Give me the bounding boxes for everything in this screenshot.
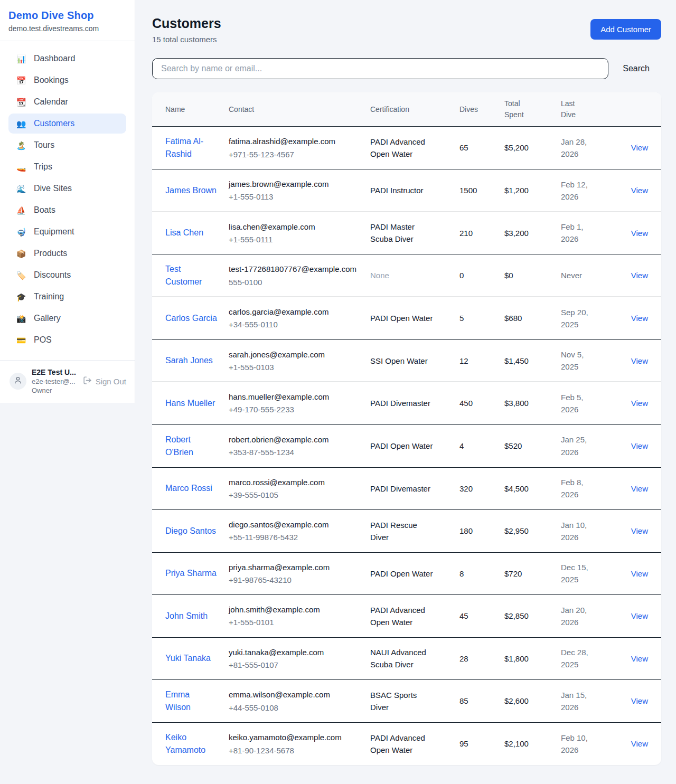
sidebar-item-equipment[interactable]: 🤿Equipment (8, 222, 126, 242)
customer-name-link[interactable]: Emma Wilson (165, 688, 217, 714)
last-dive-value: Dec 28, 2025 (561, 646, 602, 671)
search-button[interactable]: Search (608, 64, 661, 73)
column-header-label: Last Dive (561, 98, 583, 120)
sidebar: Demo Dive Shop demo.test.divestreams.com… (0, 0, 135, 403)
customer-phone: +81-90-1234-5678 (229, 744, 364, 757)
customer-name-link[interactable]: Fatima Al-Rashid (165, 135, 217, 160)
view-link[interactable]: View (631, 611, 648, 620)
customer-name-link[interactable]: Keiko Yamamoto (165, 731, 217, 757)
sidebar-item-boats[interactable]: ⛵Boats (8, 200, 126, 220)
dives-cell: 95 (459, 723, 504, 766)
customer-name-link[interactable]: Priya Sharma (165, 567, 217, 580)
sidebar-item-label: Dive Sites (34, 184, 72, 193)
table-row: Carlos Garciacarlos.garcia@example.com+3… (152, 297, 661, 340)
table-header-row: NameContactCertificationDivesTotal Spent… (152, 92, 661, 127)
view-link[interactable]: View (631, 186, 648, 195)
user-email: e2e-tester@... (32, 377, 77, 385)
view-link[interactable]: View (631, 654, 648, 663)
total-spent-cell: $0 (504, 254, 561, 297)
search-input[interactable] (152, 58, 608, 79)
main-content: Customers 15 total customers Add Custome… (135, 0, 676, 782)
certification-value: PADI Open Water (370, 568, 435, 580)
add-customer-button[interactable]: Add Customer (590, 19, 661, 40)
name-cell: Carlos Garcia (152, 297, 229, 340)
sidebar-item-dive-sites[interactable]: 🌊Dive Sites (8, 178, 126, 199)
view-link[interactable]: View (631, 271, 648, 280)
view-link[interactable]: View (631, 696, 648, 705)
sidebar-item-products[interactable]: 📦Products (8, 243, 126, 263)
certification-value: PADI Advanced Open Water (370, 136, 435, 160)
contact-cell: lisa.chen@example.com+1-555-0111 (229, 212, 370, 254)
customer-phone: +1-555-0103 (229, 361, 364, 373)
sidebar-item-label: Customers (34, 119, 74, 128)
graduation-cap-icon: 🎓 (16, 293, 26, 301)
certification-cell: None (370, 254, 459, 297)
customer-name-link[interactable]: Test Customer (165, 263, 217, 288)
customer-name-link[interactable]: Sarah Jones (165, 354, 213, 367)
last-dive-cell: Jan 15, 2026 (561, 680, 611, 723)
customer-email: carlos.garcia@example.com (229, 306, 364, 318)
sidebar-item-trips[interactable]: 🚤Trips (8, 157, 126, 177)
sidebar-item-label: POS (34, 335, 52, 345)
last-dive-value: Jan 15, 2026 (561, 689, 602, 714)
view-link[interactable]: View (631, 484, 648, 493)
view-cell: View (611, 382, 661, 425)
column-header-label: Name (165, 104, 223, 115)
name-cell: Test Customer (152, 254, 229, 297)
certification-cell: PADI Open Water (370, 297, 459, 340)
customer-name-link[interactable]: Robert O'Brien (165, 433, 217, 459)
customer-name-link[interactable]: John Smith (165, 610, 208, 622)
customer-phone: +91-98765-43210 (229, 574, 364, 586)
contact-cell: yuki.tanaka@example.com+81-555-0107 (229, 637, 370, 680)
dives-cell: 5 (459, 297, 504, 340)
sidebar-item-training[interactable]: 🎓Training (8, 287, 126, 307)
view-link[interactable]: View (631, 441, 648, 450)
table-row: Yuki Tanakayuki.tanaka@example.com+81-55… (152, 637, 661, 680)
last-dive-value: Jan 10, 2026 (561, 519, 602, 544)
customer-name-link[interactable]: Hans Mueller (165, 397, 215, 410)
customer-phone: +55-11-99876-5432 (229, 531, 364, 543)
view-link[interactable]: View (631, 399, 648, 408)
sidebar-item-dashboard[interactable]: 📊Dashboard (8, 49, 126, 69)
dives-cell: 85 (459, 680, 504, 723)
customer-name-link[interactable]: Lisa Chen (165, 226, 203, 239)
view-link[interactable]: View (631, 356, 648, 365)
certification-value: PADI Divemaster (370, 483, 435, 495)
sidebar-item-pos[interactable]: 💳POS (8, 330, 126, 350)
customer-name-link[interactable]: Carlos Garcia (165, 312, 217, 325)
view-link[interactable]: View (631, 314, 648, 323)
certification-cell: BSAC Sports Diver (370, 680, 459, 723)
view-link[interactable]: View (631, 229, 648, 238)
calendar-icon: 📅 (16, 77, 26, 84)
sidebar-item-discounts[interactable]: 🏷️Discounts (8, 265, 126, 285)
name-cell: Lisa Chen (152, 212, 229, 254)
sidebar-item-customers[interactable]: 👥Customers (8, 114, 126, 134)
certification-value: PADI Open Water (370, 312, 435, 324)
view-link[interactable]: View (631, 569, 648, 578)
sidebar-item-tours[interactable]: 🏝️Tours (8, 135, 126, 155)
customer-name-link[interactable]: Yuki Tanaka (165, 652, 211, 665)
customer-email: fatima.alrashid@example.com (229, 135, 364, 147)
sign-out-button[interactable]: Sign Out (82, 376, 127, 386)
customer-name-link[interactable]: James Brown (165, 184, 217, 197)
sidebar-item-label: Trips (34, 162, 52, 172)
contact-cell: keiko.yamamoto@example.com+81-90-1234-56… (229, 723, 370, 766)
view-link[interactable]: View (631, 526, 648, 535)
sidebar-item-bookings[interactable]: 📅Bookings (8, 70, 126, 90)
tear-off-calendar-icon: 📆 (16, 98, 26, 106)
view-link[interactable]: View (631, 143, 648, 152)
person-icon (14, 376, 22, 386)
table-row: Lisa Chenlisa.chen@example.com+1-555-011… (152, 212, 661, 254)
contact-cell: fatima.alrashid@example.com+971-55-123-4… (229, 127, 370, 169)
view-link[interactable]: View (631, 739, 648, 748)
customer-name-link[interactable]: Marco Rossi (165, 482, 212, 495)
certification-cell: PADI Divemaster (370, 467, 459, 510)
sidebar-item-calendar[interactable]: 📆Calendar (8, 92, 126, 112)
last-dive-cell: Feb 1, 2026 (561, 212, 611, 254)
user-role: Owner (32, 386, 77, 394)
sidebar-item-gallery[interactable]: 📸Gallery (8, 308, 126, 328)
dives-cell: 8 (459, 552, 504, 595)
customer-name-link[interactable]: Diego Santos (165, 525, 216, 537)
last-dive-value: Sep 20, 2025 (561, 306, 602, 331)
last-dive-value: Feb 10, 2026 (561, 732, 602, 757)
